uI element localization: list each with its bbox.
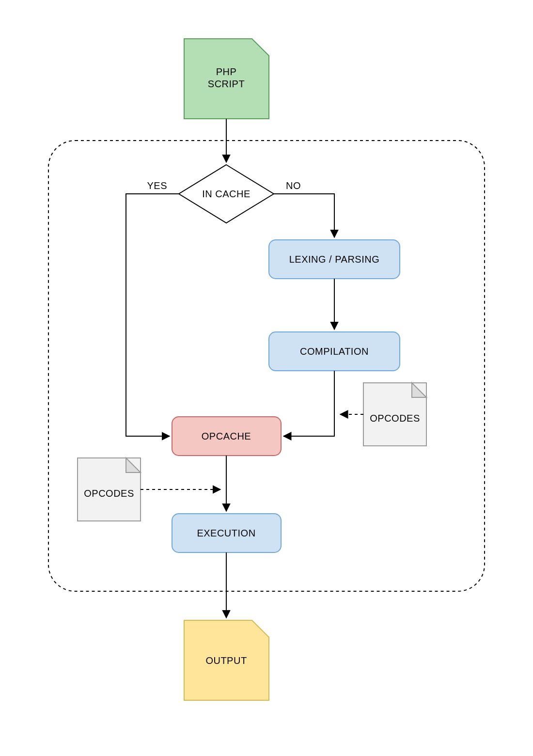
- lexing-node: LEXING / PARSING: [269, 240, 400, 279]
- in-cache-label: IN CACHE: [202, 189, 251, 199]
- php-script-label2: SCRIPT: [208, 79, 245, 89]
- edge-no: [274, 194, 334, 237]
- execution-node: EXECUTION: [172, 514, 281, 552]
- output-node: OUTPUT: [184, 620, 269, 700]
- yes-label: YES: [147, 180, 167, 191]
- compilation-label: COMPILATION: [300, 346, 369, 357]
- flowchart-canvas: PHP SCRIPT IN CACHE YES NO LEXING / PARS…: [0, 0, 533, 756]
- opcodes-right-node: OPCODES: [363, 383, 426, 446]
- execution-label: EXECUTION: [197, 528, 255, 538]
- in-cache-node: IN CACHE: [179, 165, 274, 223]
- edge-compilation-opcache: [283, 371, 334, 436]
- php-script-node: PHP SCRIPT: [184, 39, 269, 119]
- php-script-label1: PHP: [216, 66, 237, 77]
- opcodes-left-label: OPCODES: [84, 488, 134, 499]
- compilation-node: COMPILATION: [269, 332, 400, 371]
- no-label: NO: [286, 180, 301, 191]
- edge-yes: [126, 194, 179, 436]
- opcache-label: OPCACHE: [202, 431, 251, 441]
- opcache-node: OPCACHE: [172, 417, 281, 456]
- opcodes-right-label: OPCODES: [370, 413, 420, 424]
- opcodes-left-node: OPCODES: [78, 458, 141, 521]
- lexing-label: LEXING / PARSING: [289, 254, 380, 265]
- output-label: OUTPUT: [205, 655, 247, 666]
